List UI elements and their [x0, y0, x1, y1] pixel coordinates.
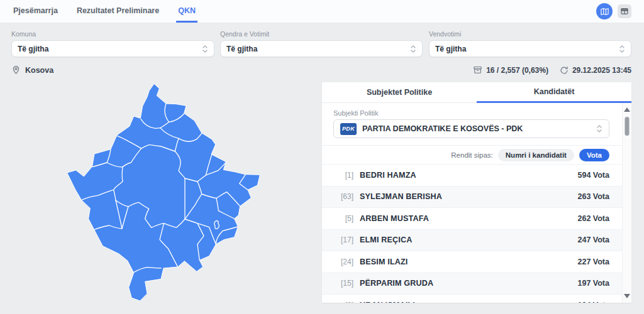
party-logo: PDK [340, 123, 357, 135]
candidate-name: PËRPARIM GRUDA [360, 279, 578, 288]
tab-subjektet-politike[interactable]: Subjektet Politike [322, 82, 477, 103]
tab-kandidatet[interactable]: Kandidatët [477, 82, 631, 103]
komuna-select[interactable]: Të gjitha [11, 40, 214, 57]
candidate-votes: 594 Vota [578, 171, 610, 180]
candidate-votes: 194 Vota [578, 301, 610, 303]
last-updated-value: 29.12.2025 13:45 [572, 66, 631, 75]
filter-komuna: Komuna Të gjitha [11, 30, 214, 57]
panel-body: Subjekti Politik PDK PARTIA DEMOKRATIKE … [322, 103, 622, 303]
tab-qkn[interactable]: QKN [176, 0, 197, 23]
party-select[interactable]: PDK PARTIA DEMOKRATIKE E KOSOVËS - PDK [333, 119, 609, 138]
tab-pjesemarrja[interactable]: Pjesëmarrja [11, 0, 60, 23]
ballots-counted-stat: 16 / 2,557 (0,63%) [473, 65, 548, 75]
chevron-updown-icon [410, 45, 416, 53]
filter-qendra-e-votimit: Qendra e Votimit Të gjitha [220, 30, 423, 57]
chevron-updown-icon [596, 124, 602, 133]
candidate-votes: 262 Vota [578, 214, 610, 223]
ballot-box-icon [473, 65, 482, 75]
results-panel: Subjektet Politike Kandidatët Subjekti P… [322, 82, 631, 303]
location-name: Kosova [25, 66, 53, 75]
candidate-name: BEDRI HAMZA [360, 171, 578, 180]
candidate-number: [1] [333, 171, 353, 180]
last-updated-stat: 29.12.2025 13:45 [560, 66, 631, 75]
table-icon [620, 7, 629, 16]
qendra-select-value: Të gjitha [226, 45, 410, 53]
scrollbar-thumb[interactable] [625, 117, 630, 136]
scroll-down-arrow-icon[interactable] [624, 294, 630, 298]
candidate-row: [15] PËRPARIM GRUDA 197 Vota [322, 273, 622, 295]
kosovo-municipalities-map[interactable] [50, 72, 314, 314]
candidate-name: SYLEJMAN BERISHA [360, 192, 578, 201]
candidate-number: [5] [333, 214, 353, 223]
qendra-select[interactable]: Të gjitha [220, 40, 423, 57]
map-view-button[interactable] [596, 3, 613, 19]
candidate-votes: 227 Vota [578, 257, 610, 266]
candidate-number: [24] [333, 257, 353, 266]
sort-label: Rendit sipas: [451, 151, 492, 159]
location-indicator: Kosova [11, 65, 53, 75]
top-navigation-bar: Pjesëmarrja Rezultatet Preliminare QKN [0, 0, 644, 23]
candidate-row: [5] ARBEN MUSTAFA 262 Vota [322, 207, 622, 229]
party-select-value: PARTIA DEMOKRATIKE E KOSOVËS - PDK [362, 124, 591, 133]
sort-by-candidate-number-button[interactable]: Numri i kandidatit [498, 149, 574, 161]
candidate-name: ARBEN MUSTAFA [360, 214, 578, 223]
filter-vendvotimi: Vendvotimi Të gjitha [429, 30, 631, 57]
table-view-button[interactable] [618, 4, 631, 18]
candidate-number: [17] [333, 236, 353, 244]
map-icon [600, 7, 609, 16]
komuna-select-value: Të gjitha [18, 45, 202, 53]
candidate-name: URAN ISMAILI [360, 301, 578, 303]
refresh-icon[interactable] [560, 66, 569, 75]
tab-rezultatet-preliminare[interactable]: Rezultatet Preliminare [75, 0, 161, 23]
party-select-label: Subjekti Politik [333, 109, 609, 117]
party-select-section: Subjekti Politik PDK PARTIA DEMOKRATIKE … [322, 109, 622, 138]
candidate-votes: 263 Vota [578, 192, 610, 201]
candidate-number: [2] [333, 301, 353, 303]
candidate-row: [1] BEDRI HAMZA 594 Vota [322, 164, 622, 186]
scroll-up-arrow-icon[interactable] [624, 107, 630, 112]
sort-row: Rendit sipas: Numri i kandidatit Vota [322, 146, 622, 164]
candidate-row: [24] BESIM ILAZI 227 Vota [322, 251, 622, 273]
filter-label: Komuna [11, 30, 214, 38]
filter-label: Qendra e Votimit [220, 30, 423, 38]
panel-tabs: Subjektet Politike Kandidatët [322, 82, 631, 103]
filter-label: Vendvotimi [429, 30, 631, 38]
candidate-votes: 197 Vota [578, 279, 610, 288]
candidate-list: [1] BEDRI HAMZA 594 Vota [63] SYLEJMAN B… [322, 164, 622, 303]
candidate-row: [63] SYLEJMAN BERISHA 263 Vota [322, 186, 622, 208]
candidate-votes: 247 Vota [578, 236, 610, 244]
view-toggle [596, 0, 631, 23]
ballots-counted-value: 16 / 2,557 (0,63%) [486, 66, 548, 75]
candidate-row: [2] URAN ISMAILI 194 Vota [322, 294, 622, 303]
candidate-name: ELMI REÇICA [360, 236, 578, 244]
main-tabs: Pjesëmarrja Rezultatet Preliminare QKN [11, 0, 197, 23]
location-pin-icon [11, 65, 21, 75]
vendvotimi-select-value: Të gjitha [435, 45, 619, 53]
sort-by-votes-button[interactable]: Vota [579, 149, 609, 161]
stats-row: 16 / 2,557 (0,63%) 29.12.2025 13:45 [473, 65, 631, 75]
candidate-number: [15] [333, 279, 353, 288]
chevron-updown-icon [202, 45, 208, 53]
vendvotimi-select[interactable]: Të gjitha [429, 40, 631, 57]
candidate-name: BESIM ILAZI [360, 257, 578, 266]
chevron-updown-icon [619, 45, 625, 53]
candidate-row: [17] ELMI REÇICA 247 Vota [322, 229, 622, 251]
panel-scrollbar[interactable] [622, 103, 631, 303]
candidate-number: [63] [333, 192, 353, 201]
